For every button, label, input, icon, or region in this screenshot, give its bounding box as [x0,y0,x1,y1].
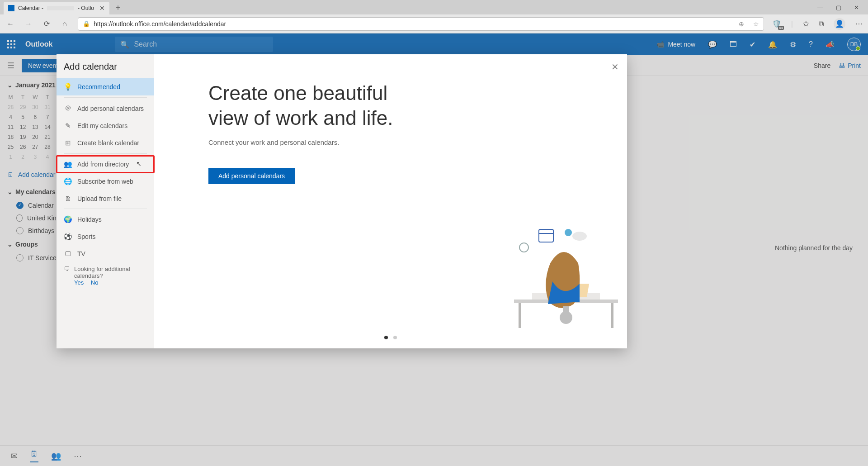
mini-cal-day[interactable]: 11 [5,122,17,132]
mini-cal-day[interactable]: 26 [17,142,29,152]
tab-title-prefix: Calendar - [18,5,43,11]
home-icon[interactable]: ⌂ [60,20,70,28]
help-no-link[interactable]: No [91,279,99,286]
mini-cal-day[interactable]: 19 [17,132,29,142]
new-tab-button[interactable]: ＋ [109,2,127,13]
close-window-icon[interactable]: ✕ [854,4,859,11]
sidebar-item-add-from-directory[interactable]: 👥Add from directory↖ [57,156,154,173]
mini-cal-day[interactable]: 4 [41,152,53,162]
calendar-checkbox[interactable] [16,254,24,262]
refresh-icon[interactable]: ⟳ [42,19,52,28]
mini-cal-day[interactable]: 7 [41,112,53,122]
sidebar-item-label: TV [77,250,85,257]
app-title[interactable]: Outlook [25,40,52,48]
sidebar-item-icon: 💡 [64,83,72,91]
my-day-icon[interactable]: 🗔 [730,40,737,48]
back-icon[interactable]: ← [5,20,15,28]
sidebar-item-create-blank-calendar[interactable]: ⊞Create blank calendar [57,134,154,152]
more-modules-icon[interactable]: ⋯ [74,451,82,461]
sidebar-item-icon: 🌐 [64,177,72,185]
mini-cal-day[interactable]: 31 [41,102,53,112]
add-page-icon[interactable]: ⊕ [739,20,744,28]
mini-cal-day[interactable]: 28 [5,102,17,112]
mail-module-icon[interactable]: ✉ [11,451,18,461]
mini-cal-day[interactable]: 21 [41,132,53,142]
mini-cal-day[interactable]: 29 [17,102,29,112]
calendar-plus-icon: 🗓 [7,171,14,178]
mini-cal-day[interactable]: 18 [5,132,17,142]
sidebar-item-subscribe-from-web[interactable]: 🌐Subscribe from web [57,173,154,190]
mini-cal-day[interactable]: 1 [5,152,17,162]
browser-tab[interactable]: Calendar - - Outlo ✕ [4,2,109,14]
dot-2[interactable] [393,336,397,339]
sidebar-item-label: Add from directory [77,161,129,168]
mini-cal-day[interactable]: 4 [5,112,17,122]
add-personal-calendars-button[interactable]: Add personal calendars [208,168,295,184]
sidebar-item-icon: ⚽ [64,233,72,241]
sidebar-item-upload-from-file[interactable]: 🗎Upload from file [57,190,154,207]
calendar-checkbox[interactable] [16,227,24,234]
mini-cal-day[interactable]: 6 [29,112,41,122]
todo-icon[interactable]: ✔ [750,40,755,49]
print-button[interactable]: 🖶Print [839,62,861,69]
sidebar-item-icon: 🖵 [64,250,72,257]
mini-cal-day[interactable]: 12 [17,122,29,132]
sidebar-item-icon: ⊞ [64,139,72,147]
url-text: https://outlook.office.com/calendar/addc… [94,20,226,28]
video-icon: 📹 [656,41,664,48]
sidebar-item-holidays[interactable]: 🌍Holidays [57,211,154,228]
search-input[interactable]: 🔍 Search [115,37,273,52]
mini-cal-day[interactable]: 5 [17,112,29,122]
meet-now-button[interactable]: 📹Meet now [656,41,695,48]
sidebar-item-recommended[interactable]: 💡Recommended [57,78,154,95]
nav-toggle-icon[interactable]: ☰ [7,61,14,71]
mini-cal-day[interactable]: 20 [29,132,41,142]
mini-cal-day[interactable]: 3 [29,152,41,162]
forward-icon[interactable]: → [24,20,33,28]
favorite-icon[interactable]: ☆ [753,20,759,28]
settings-icon[interactable]: ⚙ [790,40,796,49]
address-bar[interactable]: 🔒 https://outlook.office.com/calendar/ad… [78,17,764,31]
maximize-icon[interactable]: ▢ [836,4,841,11]
close-tab-icon[interactable]: ✕ [99,5,105,12]
sidebar-item-icon: 🗎 [64,195,72,202]
chat-icon[interactable]: 💬 [708,40,717,49]
people-module-icon[interactable]: 👥 [51,451,61,461]
megaphone-icon[interactable]: 📣 [826,40,835,49]
window-controls: — ▢ ✕ [817,4,864,11]
mini-cal-day[interactable]: 25 [5,142,17,152]
more-icon[interactable]: ⋯ [855,19,863,28]
sidebar-item-add-personal-calendars[interactable]: ＠Add personal calendars [57,100,154,117]
help-icon[interactable]: ? [809,40,813,48]
favorites-icon[interactable]: ✩ [803,19,809,28]
share-button[interactable]: Share [814,62,830,69]
extension-icon[interactable]: 🛡️64 [772,19,781,28]
sidebar-separator [64,209,147,209]
sidebar-item-tv[interactable]: 🖵TV [57,245,154,262]
mini-cal-day[interactable]: 27 [29,142,41,152]
calendar-favicon-icon [8,5,14,11]
mini-cal-day[interactable]: 2 [17,152,29,162]
mini-cal-day[interactable]: 13 [29,122,41,132]
svg-rect-7 [563,306,569,314]
close-modal-icon[interactable]: ✕ [611,62,619,72]
dot-1[interactable] [384,336,388,339]
sidebar-item-edit-my-calendars[interactable]: ✎Edit my calendars [57,117,154,134]
app-launcher-icon[interactable] [7,40,15,48]
mini-cal-day[interactable]: 28 [41,142,53,152]
mini-cal-day[interactable]: 14 [41,122,53,132]
calendar-checkbox[interactable] [16,214,23,222]
notifications-icon[interactable]: 🔔 [768,40,777,49]
print-icon: 🖶 [839,62,845,69]
mini-cal-day[interactable]: 30 [29,102,41,112]
svg-point-10 [572,232,587,241]
help-yes-link[interactable]: Yes [74,279,84,286]
calendar-module-icon[interactable]: 🗓 [30,449,38,462]
calendar-checkbox[interactable] [16,202,24,209]
sidebar-item-sports[interactable]: ⚽Sports [57,228,154,245]
minimize-icon[interactable]: — [817,4,823,11]
profile-icon[interactable]: 👤 [834,18,845,30]
user-avatar[interactable]: DB [847,38,861,51]
collections-icon[interactable]: ⧉ [819,20,824,28]
chevron-down-icon: ⌄ [7,241,13,248]
